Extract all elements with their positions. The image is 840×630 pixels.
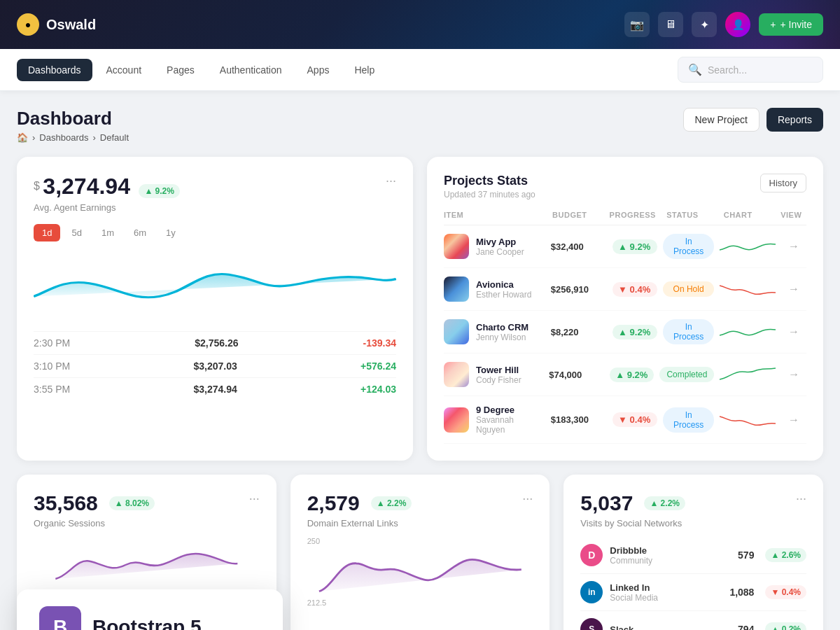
tab-pages[interactable]: Pages <box>155 59 206 81</box>
project-person: Esther Howard <box>476 290 531 300</box>
time-tab-5d[interactable]: 5d <box>63 224 90 241</box>
project-info: Avionica Esther Howard <box>444 276 545 302</box>
domain-more-button[interactable]: ··· <box>522 491 533 506</box>
projects-updated: Updated 37 minutes ago <box>444 190 536 200</box>
domain-links-label: Domain External Links <box>307 518 412 528</box>
project-status: On Hold <box>663 281 713 297</box>
top-navigation: ● Oswald 📷 🖥 ✦ 👤 + + Invite <box>0 0 840 49</box>
slack-count: 794 <box>738 624 754 630</box>
col-header-item: ITEM <box>444 211 547 219</box>
linkedin-name: Linked In <box>610 582 658 593</box>
project-name-area: Tower Hill Cody Fisher <box>476 365 522 385</box>
tab-account[interactable]: Account <box>95 59 153 81</box>
projects-header: Projects Stats Updated 37 minutes ago Hi… <box>444 174 806 200</box>
search-icon: 🔍 <box>688 63 702 76</box>
earnings-badge: ▲ 9.2% <box>139 184 180 198</box>
project-view-button[interactable]: → <box>781 368 806 381</box>
project-name: Avionica <box>476 279 531 290</box>
time-tab-1d[interactable]: 1d <box>34 224 60 241</box>
project-row: 9 Degree Savannah Nguyen $183,300 ▼ 0.4%… <box>444 396 806 444</box>
invite-label: + Invite <box>780 19 812 30</box>
avatar[interactable]: 👤 <box>725 12 750 37</box>
social-stats: 5,037 ▲ 2.2% Visits by Social Networks <box>580 491 685 528</box>
dribbble-count: 579 <box>738 550 754 561</box>
search-input[interactable] <box>708 64 813 76</box>
earnings-info: $ 3,274.94 ▲ 9.2% Avg. Agent Earnings <box>34 174 180 213</box>
project-status: In Process <box>663 319 713 344</box>
bootstrap-icon: B <box>39 606 81 630</box>
project-view-button[interactable]: → <box>781 240 806 253</box>
data-row: 2:30 PM $2,756.26 -139.34 <box>34 331 396 354</box>
project-info: Tower Hill Cody Fisher <box>444 362 543 387</box>
social-row-dribbble: D Dribbble Community 579 ▲ 2.6% <box>580 537 806 574</box>
amount-value: $3,274.94 <box>193 384 237 395</box>
project-icon-charto <box>444 319 469 344</box>
page-title: Dashboard <box>17 108 129 130</box>
social-label: Visits by Social Networks <box>580 518 685 528</box>
project-info: 9 Degree Savannah Nguyen <box>444 405 545 435</box>
bootstrap-text: Bootstrap 5 <box>92 616 202 630</box>
projects-card: Projects Stats Updated 37 minutes ago Hi… <box>427 157 823 461</box>
slack-stats: 794 ▲ 0.2% <box>738 622 806 630</box>
time-tab-1m[interactable]: 1m <box>93 224 122 241</box>
linkedin-icon: in <box>580 581 603 603</box>
history-button[interactable]: History <box>760 174 806 192</box>
project-info: Charto CRM Jenny Wilson <box>444 319 545 344</box>
logo-icon: ● <box>17 13 39 36</box>
social-number-row: 5,037 ▲ 2.2% <box>580 491 685 515</box>
nav-screen-button[interactable]: 🖥 <box>658 12 683 37</box>
breadcrumb-dashboards[interactable]: Dashboards <box>39 132 88 143</box>
app-name: Oswald <box>46 17 96 33</box>
project-view-button[interactable]: → <box>781 414 806 426</box>
tab-apps[interactable]: Apps <box>296 59 341 81</box>
time-tab-1y[interactable]: 1y <box>158 224 184 241</box>
change-value: -139.34 <box>363 337 396 349</box>
organic-more-button[interactable]: ··· <box>249 491 260 506</box>
nav-share-button[interactable]: ✦ <box>692 12 717 37</box>
linkedin-type: Social Media <box>610 593 658 603</box>
project-budget: $183,300 <box>551 414 601 425</box>
project-view-button[interactable]: → <box>781 326 806 338</box>
organic-number-row: 35,568 ▲ 8.02% <box>34 491 155 515</box>
new-project-button[interactable]: New Project <box>683 108 760 132</box>
projects-title: Projects Stats <box>444 174 536 188</box>
linkedin-details: Linked In Social Media <box>610 582 658 603</box>
project-status: In Process <box>663 234 713 259</box>
invite-button[interactable]: + + Invite <box>759 13 823 36</box>
bottom-cards-grid: 35,568 ▲ 8.02% Organic Sessions ··· <box>17 475 823 630</box>
earnings-more-button[interactable]: ··· <box>386 174 396 188</box>
time-tab-6m[interactable]: 6m <box>125 224 155 241</box>
time-tabs: 1d 5d 1m 6m 1y <box>34 224 396 241</box>
social-row-slack: S Slack 794 ▲ 0.2% <box>580 611 806 630</box>
project-icon-avionica <box>444 276 469 302</box>
mini-chart <box>720 236 776 257</box>
project-name: Mivy App <box>476 237 524 247</box>
social-more-button[interactable]: ··· <box>796 491 806 506</box>
project-row: Mivy App Jane Cooper $32,400 ▲ 9.2% In P… <box>444 225 806 268</box>
col-header-status: STATUS <box>666 211 718 219</box>
project-view-button[interactable]: → <box>781 283 806 295</box>
breadcrumb: 🏠 › Dashboards › Default <box>17 132 129 143</box>
nav-camera-button[interactable]: 📷 <box>624 12 650 37</box>
amount-value: $2,756.26 <box>195 337 238 349</box>
projects-title-area: Projects Stats Updated 37 minutes ago <box>444 174 536 200</box>
reports-button[interactable]: Reports <box>766 108 823 132</box>
project-name: Charto CRM <box>476 322 528 332</box>
secondary-navigation: Dashboards Account Pages Authentication … <box>0 49 840 91</box>
time-label: 3:10 PM <box>34 360 70 372</box>
earnings-chart <box>34 253 396 323</box>
domain-stats: 2,579 ▲ 2.2% Domain External Links <box>307 491 412 528</box>
tab-authentication[interactable]: Authentication <box>209 59 293 81</box>
change-value: +124.03 <box>360 384 396 395</box>
tab-dashboards[interactable]: Dashboards <box>17 59 92 81</box>
chart-label-2125: 212.5 <box>307 598 327 607</box>
tab-help[interactable]: Help <box>343 59 386 81</box>
earnings-header: $ 3,274.94 ▲ 9.2% Avg. Agent Earnings ··… <box>34 174 396 213</box>
logo-area: ● Oswald <box>17 13 96 36</box>
earnings-amount-row: $ 3,274.94 ▲ 9.2% <box>34 174 180 200</box>
slack-badge: ▲ 0.2% <box>765 622 806 630</box>
breadcrumb-home-icon: 🏠 <box>17 132 28 143</box>
slack-details: Slack <box>610 624 634 631</box>
project-name-area: Avionica Esther Howard <box>476 279 531 300</box>
data-row: 3:55 PM $3,274.94 +124.03 <box>34 377 396 400</box>
